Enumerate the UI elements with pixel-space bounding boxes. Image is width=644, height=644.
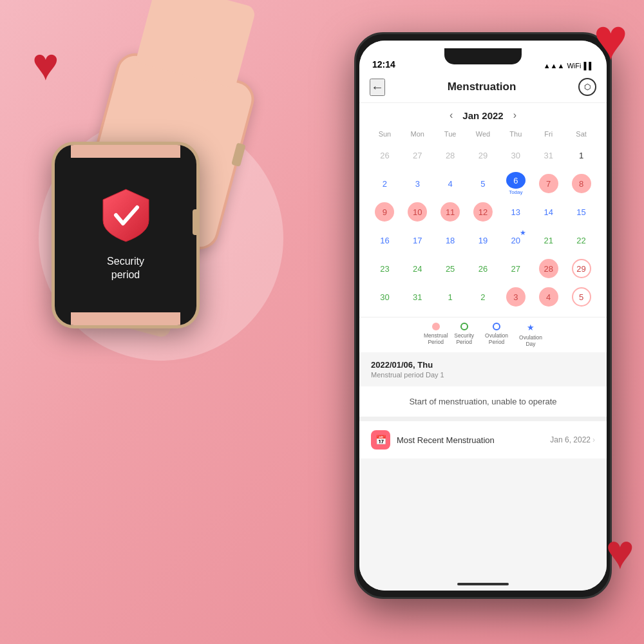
legend-ovulation-day-label: OvulationDay	[519, 334, 542, 347]
heart-top-right-icon: ♥	[594, 6, 628, 73]
watch-label: Security period	[107, 255, 144, 282]
cal-cell-26[interactable]: 26	[468, 255, 499, 282]
ovulation-star-icon: ★	[520, 229, 526, 237]
cal-cell-23[interactable]: 23	[369, 255, 401, 282]
cal-cell-2[interactable]: 2	[369, 170, 401, 197]
wifi-icon: WiFi	[567, 62, 581, 70]
shield-container	[102, 188, 150, 245]
cal-cell-10[interactable]: 10	[402, 198, 433, 225]
cal-cell-28[interactable]: 28	[533, 255, 564, 282]
cal-cell-27[interactable]: 27	[500, 255, 531, 282]
settings-button[interactable]: ⬡	[578, 78, 596, 96]
cal-cell-16[interactable]: 16	[369, 227, 401, 254]
legend: MenstrualPeriod SecurityPeriod Ovulation…	[359, 317, 607, 352]
back-button[interactable]: ←	[370, 79, 385, 96]
cal-cell-12[interactable]: 12	[468, 198, 499, 225]
settings-icon: ⬡	[584, 82, 591, 91]
status-time: 12:14	[372, 59, 395, 70]
cal-cell-6-today[interactable]: 6 Today	[500, 170, 531, 197]
legend-ovulation-day-star-icon: ★	[527, 323, 535, 332]
recent-section[interactable]: 📅 Most Recent Menstruation Jan 6, 2022 ›	[359, 417, 607, 459]
cal-cell-prev-27[interactable]: 27	[402, 142, 433, 169]
cal-cell-next-3[interactable]: 3	[500, 283, 531, 310]
cal-cell-next-5[interactable]: 5	[565, 283, 597, 310]
cal-cell-7[interactable]: 7	[533, 170, 564, 197]
cal-cell-31[interactable]: 31	[402, 283, 433, 310]
legend-ovulation-day: ★ OvulationDay	[519, 323, 542, 347]
cal-cell-9[interactable]: 9	[369, 198, 401, 225]
recent-left: 📅 Most Recent Menstruation	[371, 430, 495, 450]
calendar-month-year: Jan 2022	[462, 110, 503, 121]
app-header: ← Menstruation ⬡	[359, 73, 607, 103]
legend-security: SecurityPeriod	[454, 323, 474, 347]
cal-cell-next-4[interactable]: 4	[533, 283, 564, 310]
heart-top-left-icon: ♥	[32, 39, 59, 90]
status-icons: ▲▲▲ WiFi ▌▌	[544, 62, 594, 70]
cal-header-tue: Tue	[435, 128, 466, 140]
next-month-button[interactable]: ›	[513, 109, 516, 121]
cal-cell-8[interactable]: 8	[565, 170, 597, 197]
recent-label: Most Recent Menstruation	[397, 435, 495, 445]
prev-month-button[interactable]: ‹	[450, 109, 453, 121]
legend-ovulation-period-dot	[493, 323, 500, 330]
cal-cell-prev-26[interactable]: 26	[369, 142, 401, 169]
cal-cell-next-1[interactable]: 1	[435, 283, 466, 310]
legend-menstrual-dot	[432, 323, 440, 330]
phone: 12:14 ▲▲▲ WiFi ▌▌ ← Menstruation ⬡ ‹ Jan…	[354, 32, 612, 599]
cal-cell-29[interactable]: 29	[565, 255, 597, 282]
legend-menstrual: MenstrualPeriod	[424, 323, 448, 347]
info-sub: Menstrual period Day 1	[371, 371, 595, 379]
cal-header-wed: Wed	[468, 128, 499, 140]
legend-security-label: SecurityPeriod	[454, 332, 474, 345]
cal-cell-4[interactable]: 4	[435, 170, 466, 197]
today-label: Today	[509, 189, 522, 195]
watch-band-bottom	[71, 312, 180, 328]
phone-screen: 12:14 ▲▲▲ WiFi ▌▌ ← Menstruation ⬡ ‹ Jan…	[359, 41, 607, 591]
watch-crown	[193, 209, 200, 235]
cal-cell-24[interactable]: 24	[402, 255, 433, 282]
info-message: Start of menstruation, unable to operate	[359, 386, 607, 417]
legend-ovulation-period-label: Ovulation Period	[480, 332, 513, 345]
cal-cell-prev-29[interactable]: 29	[468, 142, 499, 169]
bottom-area	[359, 459, 607, 591]
cal-cell-13[interactable]: 13	[500, 198, 531, 225]
cal-cell-11[interactable]: 11	[435, 198, 466, 225]
cal-cell-20[interactable]: 20 ★	[500, 227, 531, 254]
cal-cell-19[interactable]: 19	[468, 227, 499, 254]
cal-cell-1[interactable]: 1	[565, 142, 597, 169]
cal-cell-prev-31[interactable]: 31	[533, 142, 564, 169]
cal-cell-5[interactable]: 5	[468, 170, 499, 197]
home-indicator[interactable]	[457, 583, 509, 585]
watch-band-top	[71, 142, 180, 158]
cal-header-fri: Fri	[533, 128, 564, 140]
legend-menstrual-label: MenstrualPeriod	[424, 332, 448, 345]
cal-cell-next-2[interactable]: 2	[468, 283, 499, 310]
cal-cell-25[interactable]: 25	[435, 255, 466, 282]
cal-header-sat: Sat	[565, 128, 597, 140]
cal-cell-14[interactable]: 14	[533, 198, 564, 225]
battery-icon: ▌▌	[583, 62, 594, 70]
cal-cell-prev-30[interactable]: 30	[500, 142, 531, 169]
recent-value: Jan 6, 2022 ›	[550, 435, 595, 444]
info-date: 2022/01/06, Thu	[371, 360, 595, 370]
cal-cell-22[interactable]: 22	[565, 227, 597, 254]
recent-date: Jan 6, 2022	[550, 435, 591, 444]
cal-cell-30[interactable]: 30	[369, 283, 401, 310]
heart-bottom-right-icon: ♥	[605, 524, 634, 580]
signal-icon: ▲▲▲	[544, 62, 565, 70]
smartwatch: Security period	[52, 142, 200, 328]
cal-cell-17[interactable]: 17	[402, 227, 433, 254]
cal-cell-18[interactable]: 18	[435, 227, 466, 254]
header-title: Menstruation	[448, 80, 516, 93]
phone-notch	[444, 48, 522, 64]
cal-cell-prev-28[interactable]: 28	[435, 142, 466, 169]
calendar-nav: ‹ Jan 2022 ›	[369, 109, 597, 121]
cal-cell-15[interactable]: 15	[565, 198, 597, 225]
cal-header-thu: Thu	[500, 128, 531, 140]
cal-cell-3[interactable]: 3	[402, 170, 433, 197]
calendar: ‹ Jan 2022 › Sun Mon Tue Wed Thu Fri Sat…	[359, 103, 607, 317]
recent-icon: 📅	[371, 430, 390, 450]
calendar-grid: Sun Mon Tue Wed Thu Fri Sat 26 27 28 29 …	[369, 128, 597, 310]
cal-cell-21[interactable]: 21	[533, 227, 564, 254]
info-section: 2022/01/06, Thu Menstrual period Day 1	[359, 352, 607, 386]
